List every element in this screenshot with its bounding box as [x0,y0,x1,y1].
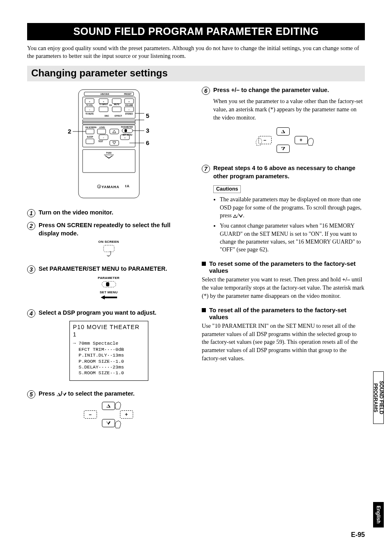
step-4-head: Select a DSP program you want to adjust. [39,309,157,317]
step-2-head: Press ON SCREEN repeatedly to select the… [39,221,190,237]
svg-text:–: – [103,136,104,139]
svg-marker-39 [113,142,116,144]
svg-rect-33 [122,129,133,133]
svg-text:+: + [128,100,129,103]
svg-rect-17 [99,107,108,112]
svg-text:TV VOL: TV VOL [86,104,93,106]
svg-text:ON SCREEN: ON SCREEN [85,127,97,129]
step-3-number: 3 [27,265,35,274]
svg-rect-46 [86,139,94,144]
lbl-abcde: A/B/C/D/E [100,93,109,95]
page-number: E-95 [351,531,365,539]
step-2-illustration: ON SCREEN [27,240,190,259]
svg-text:TV MUTE: TV MUTE [85,113,93,115]
svg-text:STEREO: STEREO [125,113,133,115]
svg-text:YAMAHA: YAMAHA [101,185,119,189]
svg-text:2: 2 [68,128,71,135]
side-tab-soundfield: SOUND FIELDPROGRAMS [373,371,384,424]
lbl-preset: PRESET [124,93,131,95]
svg-text:+: + [124,136,125,139]
step-3-head: Set PARAMETER/SET MENU to PARAMETER. [39,265,167,273]
step-6-illustration: – + [202,127,365,158]
svg-text:PARAMETER: PARAMETER [121,126,133,128]
svg-text:VOLUME: VOLUME [125,104,133,106]
step-4-number: 4 [27,309,35,318]
subhead-reset-some: To reset some of the parameters to the f… [202,260,365,274]
svg-rect-7 [112,99,121,104]
svg-marker-37 [113,130,116,133]
svg-text:SLEEP: SLEEP [87,136,93,138]
step-5-number: 5 [27,390,35,398]
side-tab-english: English [373,502,384,527]
step-5-illustration: – + [27,401,190,432]
svg-text:MUTE: MUTE [114,104,119,106]
svg-text:✳: ✳ [98,186,100,188]
svg-text:EFFECT: EFFECT [115,115,122,117]
svg-text:LEVEL: LEVEL [99,127,105,129]
svg-rect-25 [83,120,135,122]
subhead-reset-all: To reset all of the parameters to the fa… [202,306,365,320]
step-2-number: 2 [27,222,35,230]
step-6-head: Press +/– to change the parameter value. [213,86,329,94]
svg-rect-32 [97,129,106,134]
section-heading: Changing parameter settings [27,66,365,81]
subhead-reset-some-body: Select the parameter you want to reset. … [202,276,365,300]
svg-rect-36 [110,129,119,134]
svg-text:3: 3 [146,127,149,134]
svg-text:TV INPUT: TV INPUT [99,104,108,106]
svg-rect-26 [83,122,135,124]
step-3-illustration: PARAMETER SET MENU [27,276,190,302]
cautions-list: The available parameters may be displaye… [220,196,365,253]
triangle-up-icon [57,393,61,396]
triangle-down-icon [62,393,67,396]
cautions-label: Cautions [213,185,241,193]
svg-text:SET MENU: SET MENU [122,134,132,136]
svg-text:TEST: TEST [98,140,103,143]
svg-text:–: – [89,108,90,111]
page-banner: SOUND FIELD PROGRAM PARAMETER EDITING [27,23,365,40]
svg-rect-34 [125,129,127,132]
svg-rect-73 [104,245,114,252]
svg-rect-31 [86,129,94,134]
step-6-number: 6 [202,87,210,95]
step-1-head: Turn on the video monitor. [39,209,113,217]
remote-diagram: A/B/C/D/E PRESET + + + TV [27,87,190,202]
svg-text:5: 5 [146,112,149,119]
svg-marker-76 [101,295,117,299]
intro-text: You can enjoy good quality sound with th… [27,44,365,60]
step-5-head: Press / to select the parameter. [39,390,135,398]
svg-text:6: 6 [146,139,149,146]
svg-text:DISC: DISC [104,115,109,117]
svg-rect-18 [112,107,121,112]
svg-text:PUSH: PUSH [106,152,111,154]
step-7-head: Repeat steps 4 to 6 above as necessary t… [213,164,365,180]
svg-text:–: – [128,108,129,111]
svg-text:+: + [103,100,104,103]
svg-text:CH: CH [109,104,112,106]
svg-rect-75 [106,282,109,286]
step-1-number: 1 [27,209,35,217]
step-7-number: 7 [202,165,210,173]
subhead-reset-all-body: Use "10 PARAMETER INI" on the SET MENU t… [202,322,365,362]
osd-screen: P10 MOVIE THEATER 1 → 70mm Spectacle EFC… [69,321,148,380]
step-6-body: When you set the parameter to a value ot… [213,97,365,122]
svg-rect-38 [110,140,119,145]
svg-text:+: + [89,100,90,103]
